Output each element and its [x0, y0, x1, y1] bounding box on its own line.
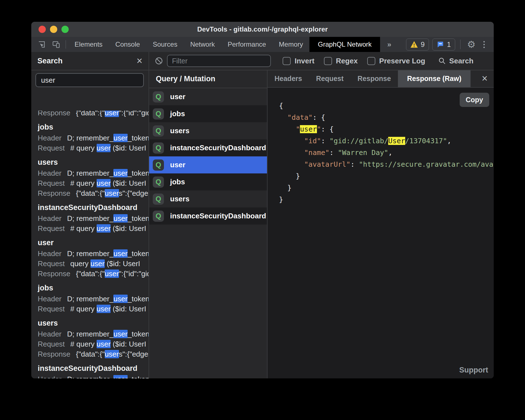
search-input[interactable]: [35, 73, 144, 87]
more-options-icon[interactable]: [481, 41, 488, 48]
query-list-item[interactable]: Qusers: [149, 122, 267, 139]
json-line: "data": {: [279, 112, 494, 123]
query-list-item[interactable]: QinstanceSecurityDashboard: [149, 207, 267, 225]
search-result-line[interactable]: HeaderD; remember_user_token=e: [38, 249, 149, 259]
query-list-item[interactable]: Qusers: [149, 190, 267, 207]
result-line-label: Request: [38, 179, 65, 187]
json-line: }: [279, 182, 494, 194]
search-result-group: usersHeaderD; remember_user_token=eReque…: [38, 153, 149, 198]
checkbox-label: Preserve Log: [379, 57, 425, 65]
tab-network[interactable]: Network: [184, 37, 221, 52]
checkbox-icon[interactable]: [324, 57, 332, 65]
json-line: "id": "gid://gitlab/User/13704317",: [279, 135, 494, 147]
search-result-line[interactable]: Request# query user ($id: UserI: [38, 304, 149, 314]
zoom-window-button[interactable]: [61, 26, 69, 33]
search-panel-header: Search ×: [31, 52, 149, 70]
main-tabs: ElementsConsoleSourcesNetworkPerformance…: [68, 37, 309, 52]
search-result-line[interactable]: Request# query user ($id: UserI: [38, 143, 149, 153]
search-result-line[interactable]: Request# query user ($id: UserI: [38, 178, 149, 188]
support-link[interactable]: Support: [459, 366, 488, 374]
issues-badge[interactable]: 1: [432, 39, 455, 51]
search-result-line[interactable]: Request# query user ($id: UserI: [38, 223, 149, 233]
inspect-element-icon[interactable]: [31, 37, 49, 52]
result-group-name: users: [38, 156, 149, 168]
search-result-line[interactable]: HeaderD; remember_user_token=e: [38, 133, 149, 143]
result-group-name: jobs: [38, 121, 149, 133]
filter-options: InvertRegexPreserve Log: [283, 57, 425, 65]
panel-divider-right[interactable]: [267, 70, 268, 378]
result-line-label: Header: [38, 169, 61, 177]
query-type-icon: Q: [153, 176, 164, 188]
tab-console[interactable]: Console: [109, 37, 146, 52]
search-result-line[interactable]: HeaderD; remember_user_token=e: [38, 168, 149, 178]
tab-headers[interactable]: Headers: [268, 70, 309, 87]
query-name: user: [170, 92, 185, 101]
clear-block-icon[interactable]: [149, 57, 167, 65]
query-name: instanceSecurityDashboard: [170, 212, 266, 220]
settings-gear-icon[interactable]: ⚙: [466, 40, 477, 49]
close-window-button[interactable]: [39, 26, 46, 33]
filter-input[interactable]: [167, 55, 271, 67]
search-result-group: userHeaderD; remember_user_token=eReques…: [38, 233, 149, 279]
json-line: "user": {: [279, 123, 494, 135]
devtools-window: DevTools - gitlab.com/-/graphql-explorer…: [31, 22, 494, 378]
checkbox-icon[interactable]: [367, 57, 375, 65]
warnings-badge[interactable]: 9: [406, 39, 429, 51]
result-line-label: Response: [38, 350, 70, 358]
query-type-icon: Q: [153, 142, 164, 154]
query-name: jobs: [170, 109, 185, 118]
search-results: Response{"data":{"user":{"id":"gidjobsHe…: [31, 111, 149, 378]
tab-sources[interactable]: Sources: [146, 37, 184, 52]
device-toolbar-icon[interactable]: [49, 37, 63, 52]
query-list-item[interactable]: Qjobs: [149, 173, 267, 190]
tab-graphql-network[interactable]: GraphQL Network: [309, 37, 380, 52]
query-name: user: [170, 161, 185, 169]
tab-elements[interactable]: Elements: [68, 37, 109, 52]
search-result-line[interactable]: Requestquery user ($id: UserI: [38, 259, 149, 269]
query-list-header: Query / Mutation: [149, 70, 267, 88]
detail-close-icon[interactable]: ×: [482, 70, 494, 87]
search-result-line[interactable]: HeaderD; remember_user_token=e: [38, 374, 149, 378]
result-line-label: Header: [38, 375, 61, 378]
tab-memory[interactable]: Memory: [273, 37, 310, 52]
result-line-label: Header: [38, 330, 61, 338]
query-list: QuserQjobsQusersQinstanceSecurityDashboa…: [149, 88, 267, 225]
search-result-line[interactable]: Response{"data":{"user":{"id":"gid: [38, 269, 149, 279]
json-line: {: [279, 100, 494, 112]
panel-divider-left[interactable]: [149, 52, 149, 378]
minimize-window-button[interactable]: [50, 26, 57, 33]
more-tabs-chevron-icon[interactable]: »: [380, 37, 398, 52]
tab-response-raw[interactable]: Response (Raw): [398, 70, 471, 87]
result-group-name: instanceSecurityDashboard: [38, 202, 149, 213]
warning-icon: [410, 41, 418, 48]
tab-performance[interactable]: Performance: [221, 37, 272, 52]
checkbox-icon[interactable]: [283, 57, 291, 65]
result-group-name: instanceSecurityDashboard: [38, 362, 149, 374]
tab-request[interactable]: Request: [309, 70, 351, 87]
invert-checkbox[interactable]: Invert: [283, 57, 314, 65]
query-list-item[interactable]: QinstanceSecurityDashboard: [149, 139, 267, 156]
preserve-log-checkbox[interactable]: Preserve Log: [367, 57, 425, 65]
search-result-line[interactable]: Response{"data":{"users":{"edges: [38, 349, 149, 359]
search-result-line[interactable]: HeaderD; remember_user_token=e: [38, 329, 149, 339]
response-raw-body: Copy { "data": { "user": { "id": "gid://…: [268, 88, 494, 378]
query-list-item-selected[interactable]: Quser: [149, 156, 267, 173]
toolbar-search-label: Search: [449, 57, 474, 65]
regex-checkbox[interactable]: Regex: [324, 57, 358, 65]
search-result-line[interactable]: HeaderD; remember_user_token=e: [38, 213, 149, 223]
query-list-item[interactable]: Quser: [149, 88, 267, 105]
toolbar-search[interactable]: Search: [438, 57, 474, 65]
window-title: DevTools - gitlab.com/-/graphql-explorer: [197, 25, 328, 33]
result-line-label: Request: [38, 259, 65, 268]
result-group-name: user: [38, 237, 149, 249]
search-result-line[interactable]: HeaderD; remember_user_token=e: [38, 294, 149, 304]
tab-response[interactable]: Response: [350, 70, 398, 87]
search-result-line[interactable]: Response{"data":{"user":{"id":"gid: [38, 111, 149, 118]
search-result-line[interactable]: Request# query user ($id: UserI: [38, 339, 149, 349]
search-result-line[interactable]: Response{"data":{"users":{"edges: [38, 188, 149, 198]
query-list-item[interactable]: Qjobs: [149, 105, 267, 122]
json-line: }: [279, 194, 494, 206]
checkbox-label: Regex: [336, 57, 358, 65]
search-icon: [438, 57, 446, 65]
search-close-icon[interactable]: ×: [137, 56, 142, 66]
